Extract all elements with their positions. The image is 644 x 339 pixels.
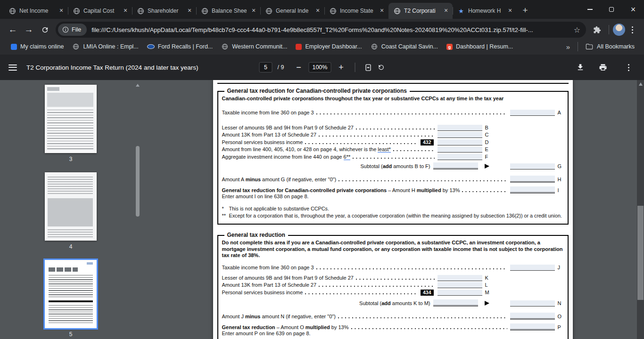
info-icon (62, 26, 69, 33)
field-G[interactable] (510, 163, 555, 170)
dotted-leader (353, 158, 434, 159)
window-maximize-button[interactable] (601, 0, 622, 19)
field-E[interactable] (438, 146, 482, 153)
tab-t2-corporation-active[interactable]: T2 Corporati × (388, 3, 453, 19)
footnote-link[interactable]: 6** (344, 154, 351, 160)
row-label: Lesser of amounts 9B and 9H from Part 9 … (222, 125, 354, 131)
tab-close-icon[interactable]: × (250, 7, 257, 15)
tab-close-icon[interactable]: × (186, 7, 193, 15)
tab-balance-sheet[interactable]: Balance Shee × (196, 3, 260, 19)
main-scrollbar[interactable] (637, 80, 644, 339)
kebab-icon (628, 64, 629, 65)
globe-favicon-icon (371, 43, 378, 50)
globe-favicon-icon (329, 7, 337, 15)
previous-section-rule (217, 83, 569, 84)
all-bookmarks-button[interactable]: All Bookmarks (582, 42, 638, 51)
tab-income-statement[interactable]: Income State × (324, 3, 388, 19)
window-controls: × (579, 0, 644, 19)
bookmark-dashboard-resume[interactable]: g Dashboard | Resum... (442, 42, 517, 51)
back-button[interactable]: ← (5, 22, 21, 38)
bookmark-employer-dashboard[interactable]: Employer Dashboar... (291, 42, 366, 51)
pdf-menu-button[interactable] (8, 65, 17, 71)
page-thumbnail-5-selected[interactable] (45, 260, 97, 328)
tab-close-icon[interactable]: × (378, 7, 386, 15)
footnote-link[interactable]: least* (378, 146, 391, 153)
file-chip[interactable]: File (58, 24, 87, 36)
download-button[interactable] (576, 63, 585, 72)
row-letter: G (558, 163, 564, 170)
bookmark-lmia[interactable]: LMIA Online : Empl... (68, 41, 142, 52)
field-G-subtotal[interactable] (433, 162, 478, 170)
tab-net-income[interactable]: Net Income × (4, 3, 68, 19)
extensions-button[interactable] (589, 22, 605, 38)
forward-button[interactable]: → (21, 22, 37, 38)
field-J[interactable] (510, 265, 555, 271)
bookmark-coast-capital[interactable]: Coast Capital Savin... (366, 41, 442, 52)
field-P[interactable] (510, 323, 555, 331)
field-F[interactable] (438, 154, 482, 160)
scrollbar-thumb[interactable] (637, 206, 644, 300)
fit-page-button[interactable] (364, 64, 372, 72)
zoom-level-input[interactable]: 100% (308, 62, 331, 73)
form-row-I: General tax reduction for Canadian-contr… (222, 186, 564, 194)
field-K[interactable] (438, 275, 482, 281)
address-bar[interactable]: File file:///C:/Users/khush/AppData/Loca… (56, 22, 586, 38)
row-letter: K (485, 275, 491, 281)
field-N-subtotal[interactable] (433, 299, 478, 307)
tab-capital-cost[interactable]: Capital Cost × (68, 3, 132, 19)
globe-favicon-icon (201, 7, 208, 15)
section-warning: Do not complete this area if you are a C… (222, 240, 564, 259)
bookmark-ford-recalls[interactable]: Ford Recalls | Ford... (143, 42, 217, 51)
window-minimize-button[interactable] (579, 0, 601, 19)
field-C[interactable] (438, 132, 482, 138)
section-title: General tax reduction (224, 232, 288, 238)
url-text[interactable]: file:///C:/Users/khush/AppData/Local/Tem… (91, 26, 570, 33)
field-I[interactable] (510, 186, 555, 194)
bookmark-western-community[interactable]: Western Communit... (217, 41, 291, 52)
bookmarks-overflow-button[interactable]: » (562, 43, 574, 51)
thumbnail-scrollbar[interactable] (135, 80, 140, 339)
print-button[interactable] (599, 63, 607, 72)
field-M[interactable] (438, 290, 482, 296)
field-N[interactable] (510, 300, 555, 307)
tab-close-icon[interactable]: × (58, 7, 65, 15)
page-thumbnail-3[interactable] (45, 85, 97, 153)
toolbar-divider (355, 63, 355, 72)
field-A[interactable] (510, 110, 555, 116)
new-tab-button[interactable]: + (519, 4, 532, 17)
profile-avatar[interactable] (613, 24, 625, 36)
browser-menu-button[interactable] (625, 23, 639, 37)
tab-close-icon[interactable]: × (506, 7, 514, 15)
field-D[interactable] (438, 139, 482, 145)
pdf-more-options-button[interactable] (621, 60, 636, 74)
zoom-in-button[interactable]: + (336, 63, 346, 73)
footnote-1: * This is not applicable to substantive … (222, 205, 564, 212)
row-letter: A (558, 110, 564, 116)
reload-button[interactable] (37, 22, 53, 38)
rotate-button[interactable] (377, 64, 385, 71)
field-O[interactable] (510, 313, 555, 320)
tab-shareholder[interactable]: Shareholder × (132, 3, 196, 19)
field-H[interactable] (510, 176, 555, 183)
footnote-marker: * (222, 205, 229, 212)
dotted-leader (305, 143, 417, 144)
window-close-button[interactable]: × (622, 0, 644, 19)
row-letter: B (485, 125, 491, 131)
bookmark-star-icon[interactable]: ☆ (570, 25, 584, 34)
tab-general-index[interactable]: General Inde × (260, 3, 324, 19)
tab-close-icon[interactable]: × (122, 7, 129, 15)
zoom-out-button[interactable]: − (294, 63, 303, 73)
page-number-input[interactable]: 5 (259, 62, 272, 73)
thumbnail-preview (46, 174, 95, 239)
section-general-tax-reduction: General tax reduction Do not complete th… (217, 232, 569, 339)
page-thumbnail-4[interactable] (45, 172, 97, 241)
tab-homework[interactable]: ★ Homework H × (453, 3, 517, 19)
field-L[interactable] (438, 282, 482, 288)
field-B[interactable] (438, 125, 482, 131)
scrollbar-thumb[interactable] (136, 146, 140, 217)
bookmark-my-claims[interactable]: My claims online (7, 42, 68, 51)
tab-close-icon[interactable]: × (442, 7, 450, 15)
minimize-icon (587, 9, 593, 10)
tab-close-icon[interactable]: × (314, 7, 322, 15)
row-label: General tax reduction – Amount O multipl… (222, 324, 349, 331)
